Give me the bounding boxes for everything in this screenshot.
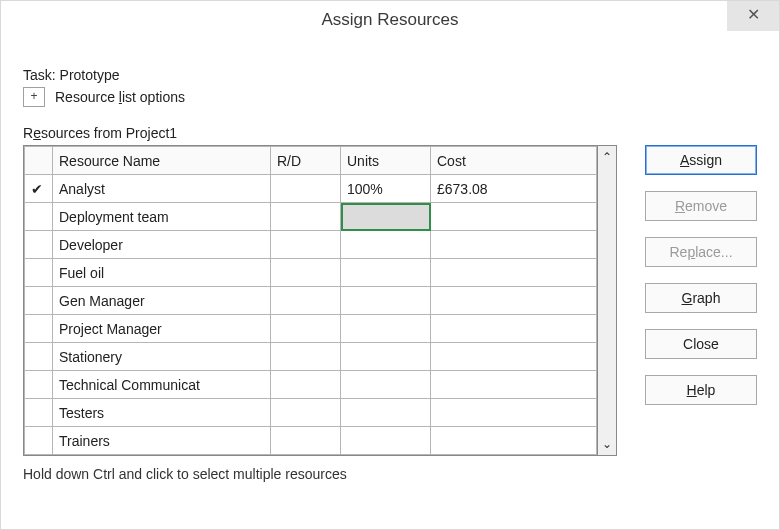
help-button[interactable]: Help [645, 375, 757, 405]
scroll-down-icon[interactable]: ⌄ [598, 433, 616, 455]
row-resource-name[interactable]: Fuel oil [53, 259, 271, 287]
row-check[interactable] [25, 231, 53, 259]
graph-button[interactable]: Graph [645, 283, 757, 313]
row-rd[interactable] [271, 203, 341, 231]
row-rd[interactable] [271, 231, 341, 259]
row-resource-name[interactable]: Analyst [53, 175, 271, 203]
row-resource-name[interactable]: Technical Communicat [53, 371, 271, 399]
col-cost[interactable]: Cost [431, 147, 597, 175]
row-rd[interactable] [271, 343, 341, 371]
table-row[interactable]: Testers [25, 399, 597, 427]
row-resource-name[interactable]: Trainers [53, 427, 271, 455]
row-units[interactable] [341, 399, 431, 427]
row-resource-name[interactable]: Deployment team [53, 203, 271, 231]
row-units[interactable] [341, 231, 431, 259]
resource-list-options-row: + Resource list options [23, 87, 757, 107]
col-units[interactable]: Units [341, 147, 431, 175]
row-resource-name[interactable]: Project Manager [53, 315, 271, 343]
table-row[interactable]: Fuel oil [25, 259, 597, 287]
table-row[interactable]: Technical Communicat [25, 371, 597, 399]
row-check[interactable] [25, 259, 53, 287]
row-cost[interactable] [431, 399, 597, 427]
row-cost[interactable]: £673.08 [431, 175, 597, 203]
row-cost[interactable] [431, 427, 597, 455]
row-units[interactable] [341, 371, 431, 399]
row-units[interactable] [341, 315, 431, 343]
row-rd[interactable] [271, 371, 341, 399]
row-check[interactable] [25, 371, 53, 399]
row-units[interactable] [341, 287, 431, 315]
row-check[interactable]: ✔ [25, 175, 53, 203]
table-row[interactable]: Deployment team [25, 203, 597, 231]
row-units[interactable] [341, 259, 431, 287]
row-cost[interactable] [431, 231, 597, 259]
table-row[interactable]: Gen Manager [25, 287, 597, 315]
assign-resources-dialog: Assign Resources ✕ Task: Prototype + Res… [0, 0, 780, 530]
row-resource-name[interactable]: Developer [53, 231, 271, 259]
resources-grid[interactable]: Resource Name R/D Units Cost ✔Analyst100… [23, 145, 597, 456]
row-check[interactable] [25, 343, 53, 371]
grid-scrollbar[interactable]: ⌃ ⌄ [597, 145, 617, 456]
table-row[interactable]: Developer [25, 231, 597, 259]
table-row[interactable]: ✔Analyst100%£673.08 [25, 175, 597, 203]
row-check[interactable] [25, 287, 53, 315]
task-prefix: Task: [23, 67, 60, 83]
row-check[interactable] [25, 315, 53, 343]
expand-resource-list-button[interactable]: + [23, 87, 45, 107]
row-check[interactable] [25, 427, 53, 455]
resources-table-area: Resource Name R/D Units Cost ✔Analyst100… [23, 145, 757, 456]
table-row[interactable]: Stationery [25, 343, 597, 371]
task-label: Task: Prototype [23, 67, 757, 83]
row-rd[interactable] [271, 259, 341, 287]
row-rd[interactable] [271, 315, 341, 343]
scroll-up-icon[interactable]: ⌃ [598, 146, 616, 168]
row-cost[interactable] [431, 371, 597, 399]
close-icon[interactable]: ✕ [727, 1, 779, 31]
title-bar: Assign Resources ✕ [1, 1, 779, 39]
row-cost[interactable] [431, 287, 597, 315]
col-resource-name[interactable]: Resource Name [53, 147, 271, 175]
row-rd[interactable] [271, 175, 341, 203]
row-check[interactable] [25, 203, 53, 231]
row-resource-name[interactable]: Gen Manager [53, 287, 271, 315]
row-units[interactable] [341, 203, 431, 231]
col-rd[interactable]: R/D [271, 147, 341, 175]
col-check[interactable] [25, 147, 53, 175]
row-units[interactable] [341, 343, 431, 371]
row-units[interactable] [341, 427, 431, 455]
header-row: Resource Name R/D Units Cost [25, 147, 597, 175]
table-row[interactable]: Trainers [25, 427, 597, 455]
task-name: Prototype [60, 67, 120, 83]
row-rd[interactable] [271, 399, 341, 427]
resource-list-options-label: Resource list options [55, 89, 185, 105]
row-cost[interactable] [431, 315, 597, 343]
replace-button: Replace... [645, 237, 757, 267]
row-units[interactable]: 100% [341, 175, 431, 203]
row-rd[interactable] [271, 287, 341, 315]
button-column: Assign Remove Replace... Graph Close Hel… [645, 145, 757, 405]
multiselect-hint: Hold down Ctrl and click to select multi… [23, 466, 757, 482]
dialog-title: Assign Resources [321, 10, 458, 29]
row-resource-name[interactable]: Testers [53, 399, 271, 427]
dialog-body: Task: Prototype + Resource list options … [1, 39, 779, 492]
table-row[interactable]: Project Manager [25, 315, 597, 343]
row-cost[interactable] [431, 203, 597, 231]
row-cost[interactable] [431, 343, 597, 371]
row-cost[interactable] [431, 259, 597, 287]
close-button[interactable]: Close [645, 329, 757, 359]
remove-button: Remove [645, 191, 757, 221]
resources-from-label: Resources from Project1 [23, 125, 757, 141]
assign-button[interactable]: Assign [645, 145, 757, 175]
row-rd[interactable] [271, 427, 341, 455]
row-check[interactable] [25, 399, 53, 427]
row-resource-name[interactable]: Stationery [53, 343, 271, 371]
